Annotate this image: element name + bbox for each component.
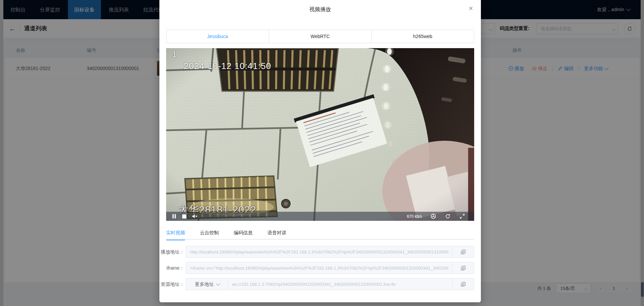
more-address-label: 更多地址 xyxy=(195,281,214,287)
osd-timestamp: 2024-10-12 10:41:50 xyxy=(184,61,271,71)
iframe-label: iframe： xyxy=(144,262,184,274)
resource-url-row: 资源地址： 更多地址 xyxy=(166,278,474,290)
copy-icon xyxy=(461,282,466,287)
more-address-dropdown[interactable]: 更多地址 xyxy=(186,278,228,290)
play-url-row: 播放地址： xyxy=(166,246,474,258)
reload-button[interactable] xyxy=(445,214,450,219)
close-icon[interactable]: ✕ xyxy=(467,5,475,13)
play-url-input[interactable] xyxy=(186,246,453,258)
player-engine-tabs: Jessibuca WebRTC h265web xyxy=(166,30,474,43)
resource-url-label: 资源地址： xyxy=(144,278,184,290)
tab-jessibuca[interactable]: Jessibuca xyxy=(166,30,269,43)
bitrate-indicator: 670 kb/s xyxy=(407,214,422,219)
tab-webrtc[interactable]: WebRTC xyxy=(269,30,372,43)
copy-iframe-button[interactable] xyxy=(453,262,474,274)
tab-ptz-control[interactable]: 云台控制 xyxy=(200,226,219,240)
video-play-dialog: 视频播放 ✕ Jessibuca WebRTC h265web xyxy=(159,0,481,302)
tab-live-video[interactable]: 实时视频 xyxy=(166,226,185,240)
copy-icon xyxy=(461,266,466,271)
copy-icon xyxy=(461,249,466,254)
snapshot-button[interactable] xyxy=(431,214,436,219)
fullscreen-button[interactable] xyxy=(460,214,465,219)
video-player[interactable]: 1 2024-10-12 10:41:50 大华28181-2022 670 k… xyxy=(166,48,474,221)
pause-button[interactable] xyxy=(172,214,176,218)
tab-codec-info[interactable]: 编码信息 xyxy=(234,226,253,240)
volume-muted-button[interactable] xyxy=(192,214,198,218)
tab-audio-intercom[interactable]: 语音对讲 xyxy=(267,226,286,240)
chevron-down-icon xyxy=(216,281,220,286)
iframe-row: iframe： xyxy=(166,262,474,274)
video-frame-image xyxy=(166,48,474,221)
resource-url-input[interactable] xyxy=(228,278,453,290)
copy-play-url-button[interactable] xyxy=(453,246,474,258)
osd-channel-number: 1 xyxy=(172,50,177,59)
stop-button[interactable] xyxy=(182,214,186,218)
stream-info-tabs: 实时视频 云台控制 编码信息 语音对讲 xyxy=(166,226,474,240)
player-control-bar: 670 kb/s xyxy=(166,212,474,221)
copy-resource-url-button[interactable] xyxy=(453,278,474,290)
play-url-label: 播放地址： xyxy=(144,246,184,258)
iframe-code-input[interactable] xyxy=(186,262,453,274)
dialog-title: 视频播放 xyxy=(159,6,481,13)
tab-h265web[interactable]: h265web xyxy=(371,30,474,43)
